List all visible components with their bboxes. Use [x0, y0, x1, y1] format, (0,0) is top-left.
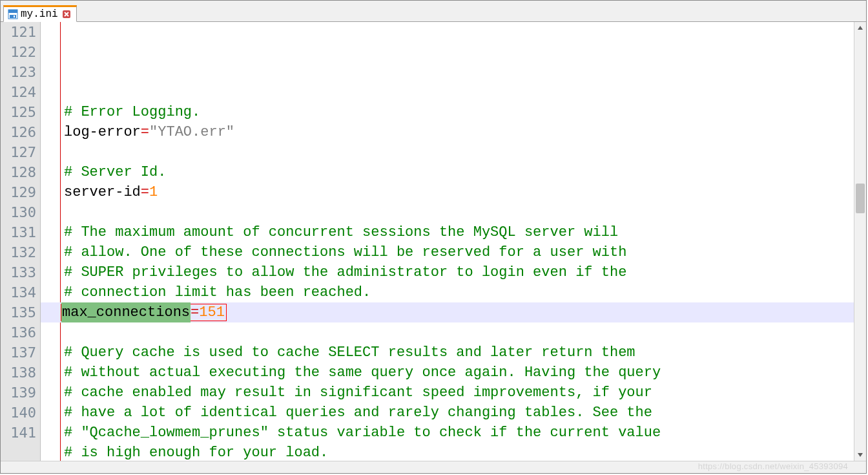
line-number: 137	[1, 343, 36, 363]
line-number: 140	[1, 403, 36, 423]
code-line[interactable]: # Server Id.	[41, 162, 854, 182]
code-line[interactable]: # connection limit has been reached.	[41, 282, 854, 302]
svg-rect-1	[8, 10, 17, 13]
line-number: 126	[1, 122, 36, 142]
svg-rect-2	[10, 15, 16, 18]
code-line[interactable]: # allow. One of these connections will b…	[41, 242, 854, 262]
comment-text: # cache enabled may result in significan…	[64, 383, 652, 403]
comment-text: # have a lot of identical queries and ra…	[64, 403, 652, 423]
line-number: 123	[1, 62, 36, 82]
code-line[interactable]: # SUPER privileges to allow the administ…	[41, 262, 854, 282]
scrollbar-thumb[interactable]	[856, 184, 865, 213]
vertical-scrollbar[interactable]	[854, 22, 866, 461]
line-number: 138	[1, 363, 36, 383]
line-number: 122	[1, 42, 36, 62]
config-value: 151	[199, 302, 225, 322]
tab-label: my.ini	[21, 8, 58, 20]
line-number: 133	[1, 262, 36, 282]
line-number: 121	[1, 22, 36, 42]
config-key: server-id	[64, 182, 141, 202]
code-line[interactable]: # The maximum amount of concurrent sessi…	[41, 222, 854, 242]
comment-text: # is high enough for your load.	[64, 443, 328, 461]
equals-operator: =	[191, 302, 199, 322]
comment-text: # without actual executing the same quer…	[64, 363, 661, 383]
code-line[interactable]: log-error="YTAO.err"	[41, 122, 854, 142]
code-line[interactable]	[41, 202, 854, 222]
equals-operator: =	[141, 122, 149, 142]
editor-area: 1211221231241251261271281291301311321331…	[1, 22, 866, 461]
save-file-icon	[8, 9, 18, 19]
line-number: 131	[1, 222, 36, 242]
comment-text: # Query cache is used to cache SELECT re…	[64, 343, 636, 363]
line-number-gutter: 1211221231241251261271281291301311321331…	[1, 22, 41, 461]
comment-text: # The maximum amount of concurrent sessi…	[64, 222, 618, 242]
config-value: "YTAO.err"	[149, 122, 234, 142]
comment-text: # connection limit has been reached.	[64, 282, 371, 302]
config-key: max_connections	[61, 302, 191, 322]
code-line[interactable]: # without actual executing the same quer…	[41, 363, 854, 383]
scroll-down-arrow-icon[interactable]	[854, 449, 866, 461]
code-lines[interactable]: # Error Logging.log-error="YTAO.err"# Se…	[41, 82, 854, 461]
line-number: 127	[1, 142, 36, 162]
code-line[interactable]	[41, 82, 854, 102]
code-line[interactable]: server-id=1	[41, 182, 854, 202]
config-key: log-error	[64, 122, 141, 142]
code-line[interactable]: # Error Logging.	[41, 102, 854, 122]
line-number: 136	[1, 322, 36, 343]
line-number: 134	[1, 282, 36, 302]
tab-bar: my.ini	[1, 1, 866, 22]
line-number: 132	[1, 242, 36, 262]
code-pane[interactable]: # Error Logging.log-error="YTAO.err"# Se…	[41, 22, 854, 461]
file-tab[interactable]: my.ini	[3, 5, 77, 22]
svg-rect-3	[14, 16, 15, 17]
config-value: 1	[149, 182, 158, 202]
line-number: 139	[1, 383, 36, 403]
comment-text: # Server Id.	[64, 162, 166, 182]
code-line[interactable]: # have a lot of identical queries and ra…	[41, 403, 854, 423]
comment-text: # "Qcache_lowmem_prunes" status variable…	[64, 423, 661, 443]
watermark-text: https://blog.csdn.net/weixin_45393094	[698, 461, 848, 471]
code-line[interactable]: # is high enough for your load.	[41, 443, 854, 461]
comment-text: # SUPER privileges to allow the administ…	[64, 262, 626, 282]
line-number: 130	[1, 202, 36, 222]
line-number: 141	[1, 423, 36, 443]
line-number: 128	[1, 162, 36, 182]
highlight-box: max_connections=151	[61, 304, 227, 321]
line-number: 129	[1, 182, 36, 202]
code-line[interactable]: max_connections=151	[41, 302, 854, 322]
code-line[interactable]: # "Qcache_lowmem_prunes" status variable…	[41, 423, 854, 443]
line-number: 135	[1, 302, 36, 322]
scroll-up-arrow-icon[interactable]	[854, 22, 866, 34]
comment-text: # Error Logging.	[64, 102, 200, 122]
editor-frame: my.ini 121122123124125126127128129130131…	[0, 0, 867, 474]
code-line[interactable]: # Query cache is used to cache SELECT re…	[41, 343, 854, 363]
comment-text: # allow. One of these connections will b…	[64, 242, 626, 262]
equals-operator: =	[141, 182, 149, 202]
code-line[interactable]	[41, 322, 854, 343]
code-line[interactable]	[41, 142, 854, 162]
line-number: 124	[1, 82, 36, 102]
code-line[interactable]: # cache enabled may result in significan…	[41, 383, 854, 403]
line-number: 125	[1, 102, 36, 122]
close-tab-icon[interactable]	[62, 10, 71, 19]
